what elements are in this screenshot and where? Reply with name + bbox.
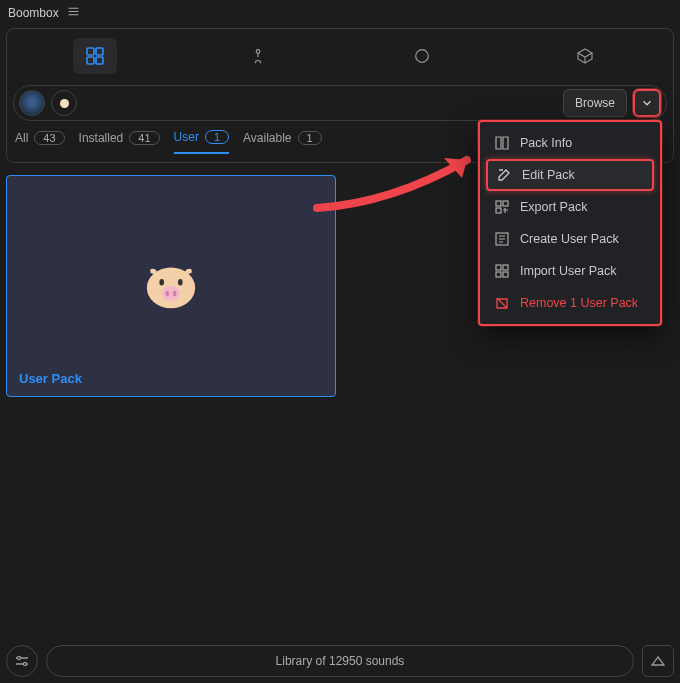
filter-label: Available: [243, 131, 291, 145]
menu-pack-info[interactable]: Pack Info: [486, 127, 654, 159]
avatar[interactable]: [19, 90, 45, 116]
browse-dropdown-button[interactable]: [633, 89, 661, 117]
filter-label: User: [174, 130, 199, 144]
filter-count: 41: [129, 131, 159, 145]
svg-point-8: [178, 279, 183, 286]
svg-rect-0: [87, 48, 94, 55]
browse-button[interactable]: Browse: [563, 89, 627, 117]
circle-tab[interactable]: [400, 38, 444, 74]
filter-all[interactable]: All 43: [15, 131, 65, 153]
menu-import-user-pack[interactable]: Import User Pack: [486, 255, 654, 287]
color-dot[interactable]: [51, 90, 77, 116]
book-icon: [494, 135, 510, 151]
filter-label: Installed: [79, 131, 124, 145]
grid-icon: [85, 46, 105, 66]
svg-rect-19: [503, 272, 508, 277]
svg-rect-17: [503, 265, 508, 270]
svg-rect-3: [96, 57, 103, 64]
svg-rect-18: [496, 272, 501, 277]
grid-tab[interactable]: [73, 38, 117, 74]
menu-item-label: Create User Pack: [520, 232, 619, 246]
menu-item-label: Import User Pack: [520, 264, 617, 278]
filter-count: 1: [298, 131, 322, 145]
expand-button[interactable]: [642, 645, 674, 677]
svg-rect-12: [496, 201, 501, 206]
library-text: Library of 12950 sounds: [276, 654, 405, 668]
circle-icon: [413, 47, 431, 65]
filter-user[interactable]: User 1: [174, 130, 229, 154]
edit-icon: [496, 167, 512, 183]
cube-icon: [575, 46, 595, 66]
menu-icon[interactable]: [67, 5, 80, 21]
tag-tab[interactable]: [236, 38, 280, 74]
svg-point-10: [165, 291, 169, 297]
library-status[interactable]: Library of 12950 sounds: [46, 645, 634, 677]
chevron-down-icon: [640, 96, 654, 110]
svg-rect-2: [87, 57, 94, 64]
menu-export-pack[interactable]: Export Pack: [486, 191, 654, 223]
pack-label: User Pack: [19, 371, 82, 386]
svg-rect-14: [496, 208, 501, 213]
svg-point-7: [159, 279, 164, 286]
svg-point-20: [17, 656, 20, 659]
svg-point-21: [23, 662, 26, 665]
remove-icon: [494, 295, 510, 311]
svg-rect-13: [503, 201, 508, 206]
menu-edit-pack[interactable]: Edit Pack: [486, 159, 654, 191]
filter-count: 43: [34, 131, 64, 145]
sliders-icon: [14, 653, 30, 669]
svg-rect-1: [96, 48, 103, 55]
filter-available[interactable]: Available 1: [243, 131, 322, 153]
triangle-up-icon: [650, 653, 666, 669]
export-icon: [494, 199, 510, 215]
svg-point-11: [173, 291, 177, 297]
import-icon: [494, 263, 510, 279]
filter-label: All: [15, 131, 28, 145]
filter-count: 1: [205, 130, 229, 144]
settings-button[interactable]: [6, 645, 38, 677]
create-icon: [494, 231, 510, 247]
menu-remove-user-pack[interactable]: Remove 1 User Pack: [486, 287, 654, 319]
menu-item-label: Export Pack: [520, 200, 587, 214]
svg-point-4: [256, 50, 260, 54]
filter-installed[interactable]: Installed 41: [79, 131, 160, 153]
svg-point-5: [415, 50, 428, 63]
context-menu: Pack Info Edit Pack Export Pack Create U…: [478, 120, 662, 326]
menu-item-label: Remove 1 User Pack: [520, 296, 638, 310]
nav-tabs: [13, 33, 667, 79]
menu-item-label: Edit Pack: [522, 168, 575, 182]
app-title: Boombox: [8, 6, 59, 20]
cube-tab[interactable]: [563, 38, 607, 74]
tag-icon: [249, 47, 267, 65]
pig-icon: [143, 260, 199, 312]
pack-card[interactable]: User Pack: [6, 175, 336, 397]
footer: Library of 12950 sounds: [6, 645, 674, 677]
svg-rect-16: [496, 265, 501, 270]
menu-create-user-pack[interactable]: Create User Pack: [486, 223, 654, 255]
toolbar: Browse: [13, 85, 667, 121]
svg-point-9: [162, 286, 181, 301]
menu-item-label: Pack Info: [520, 136, 572, 150]
